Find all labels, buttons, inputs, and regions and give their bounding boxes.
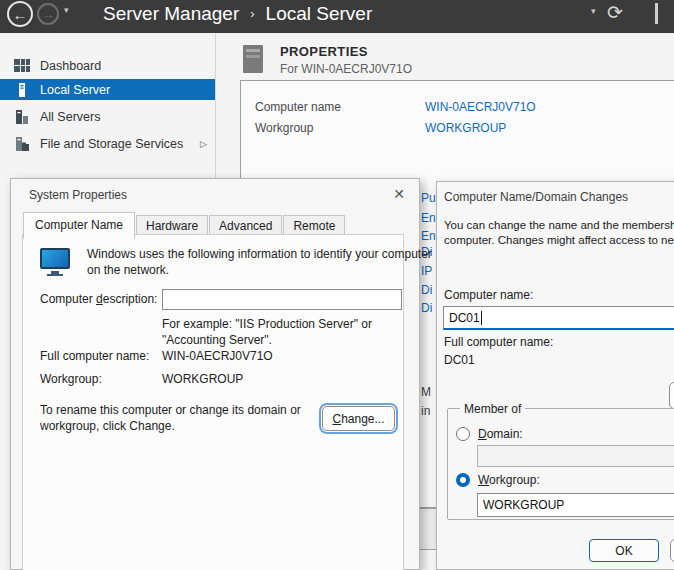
server-tile-icon <box>243 45 263 73</box>
dialog-description-line2: computer. Changes might affect access to… <box>444 234 674 246</box>
toolbar-dropdown-caret-icon[interactable]: ▾ <box>591 6 596 16</box>
properties-heading: PROPERTIES <box>280 44 368 59</box>
local-server-icon <box>14 82 30 98</box>
full-computer-name-label: Full computer name: <box>444 335 553 349</box>
sidebar-item-label: Local Server <box>40 83 110 97</box>
sidebar-item-label: All Servers <box>40 110 100 124</box>
dashboard-icon <box>14 58 30 74</box>
sidebar-item-label: Dashboard <box>40 59 101 73</box>
intro-text-line1: Windows uses the following information t… <box>87 247 432 261</box>
intro-text-line2: on the network. <box>87 263 169 277</box>
example-text-line1: For example: "IIS Production Server" or <box>162 317 372 331</box>
forward-arrow-icon: → <box>42 7 55 22</box>
workgroup-radio-label[interactable]: Workgroup: <box>478 473 540 487</box>
clipped-property-value: Di <box>421 301 432 315</box>
workgroup-label: Workgroup: <box>40 372 102 386</box>
computer-name-input[interactable]: DC01 <box>443 306 674 330</box>
properties-subheading: For WIN-0AECRJ0V71O <box>280 62 412 76</box>
text-cursor <box>481 311 482 325</box>
clipped-property-value: En <box>421 211 436 225</box>
clipped-property-value: IP <box>421 264 432 278</box>
rename-hint-line1: To rename this computer or change its do… <box>40 403 301 417</box>
more-button-partial[interactable] <box>669 382 674 409</box>
change-button[interactable]: Change... <box>322 406 395 431</box>
file-storage-services-icon <box>14 136 30 152</box>
clipped-property-value: Pu <box>421 191 436 205</box>
property-label: Workgroup <box>255 121 313 135</box>
workgroup-value: WORKGROUP <box>162 372 243 386</box>
computer-name-label: Computer name: <box>444 288 533 302</box>
nav-dropdown-caret-icon[interactable]: ▾ <box>64 5 69 15</box>
dialog-description-line1: You can change the name and the membersh… <box>444 219 674 231</box>
domain-radio-label[interactable]: Domain: <box>478 427 523 441</box>
full-computer-name-value: WIN-0AECRJ0V71O <box>162 349 273 363</box>
property-label: Computer name <box>255 100 341 114</box>
sidebar-item-local-server[interactable]: Local Server <box>0 79 215 100</box>
domain-input[interactable] <box>477 445 674 467</box>
computer-description-label: Computer description: <box>40 292 157 306</box>
breadcrumb-page: Local Server <box>266 3 373 24</box>
full-computer-name-value: DC01 <box>444 353 475 367</box>
computer-name-domain-changes-dialog: Computer Name/Domain Changes You can cha… <box>436 181 674 570</box>
close-icon[interactable]: ✕ <box>393 186 405 202</box>
breadcrumb-separator: › <box>239 6 265 21</box>
dialog-title: System Properties <box>29 188 127 202</box>
clipped-property-value: Di <box>421 283 432 297</box>
breadcrumb: Server Manager›Local Server <box>103 3 372 25</box>
forward-button[interactable]: → <box>37 3 59 25</box>
clipped-property-value: En <box>421 229 436 243</box>
example-text-line2: "Accounting Server". <box>162 333 272 347</box>
member-of-label: Member of <box>460 402 525 416</box>
system-properties-dialog: System Properties ✕ Computer Name Hardwa… <box>10 178 420 570</box>
computer-name-tab-page: Windows uses the following information t… <box>22 234 404 570</box>
titlebar: ← → ▾ Server Manager›Local Server ▾ ⟳ <box>0 0 674 33</box>
breadcrumb-app[interactable]: Server Manager <box>103 3 239 24</box>
back-button[interactable]: ← <box>7 1 33 27</box>
dialog-title: Computer Name/Domain Changes <box>444 190 628 204</box>
sidebar-item-label: File and Storage Services <box>40 137 183 151</box>
sidebar-item-file-storage-services[interactable]: File and Storage Services ▷ <box>0 133 215 154</box>
clipped-property-value: M <box>421 385 431 399</box>
workgroup-input[interactable]: WORKGROUP <box>477 493 674 517</box>
expand-chevron-icon[interactable]: ▷ <box>200 139 207 149</box>
sidebar-item-all-servers[interactable]: All Servers <box>0 106 215 127</box>
cancel-button-partial[interactable] <box>670 539 674 562</box>
property-value-link[interactable]: WORKGROUP <box>425 121 506 135</box>
tab-computer-name[interactable]: Computer Name <box>23 212 135 239</box>
notification-flag-icon[interactable] <box>655 3 658 24</box>
all-servers-icon <box>14 109 30 125</box>
domain-radio[interactable] <box>456 427 470 441</box>
clipped-property-value: in <box>421 404 430 418</box>
rename-hint-line2: workgroup, click Change. <box>40 419 175 433</box>
workgroup-radio[interactable] <box>456 473 470 487</box>
back-arrow-icon: ← <box>13 6 28 23</box>
full-computer-name-label: Full computer name: <box>40 349 149 363</box>
sidebar-item-dashboard[interactable]: Dashboard <box>0 55 215 76</box>
refresh-icon[interactable]: ⟳ <box>607 1 623 24</box>
property-value-link[interactable]: WIN-0AECRJ0V71O <box>425 100 536 114</box>
server-manager-window: ← → ▾ Server Manager›Local Server ▾ ⟳ Da… <box>0 0 674 570</box>
ok-button[interactable]: OK <box>589 539 659 562</box>
computer-monitor-icon <box>40 248 70 269</box>
computer-description-input[interactable] <box>162 289 402 310</box>
member-of-groupbox: Member of Domain: Workgroup: WORKGROUP <box>447 408 674 520</box>
